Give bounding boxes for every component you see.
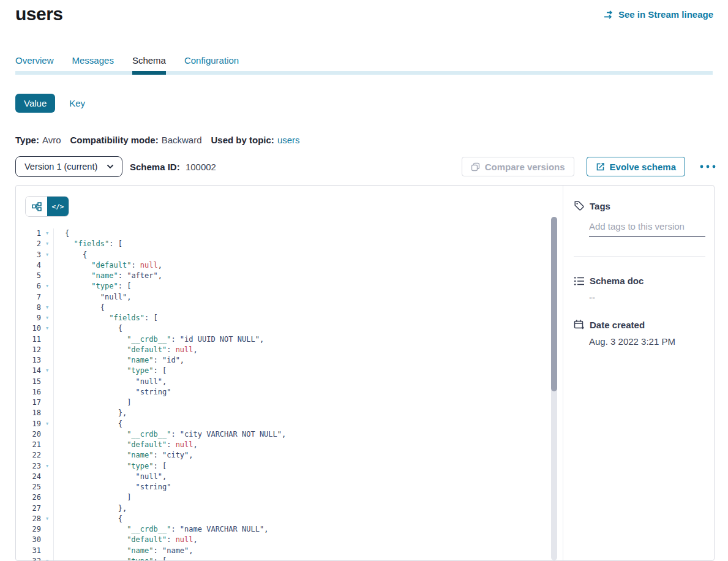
schema-doc-title: Schema doc	[590, 276, 644, 286]
code-line: 17]	[16, 397, 563, 408]
code-text: "type": [	[53, 281, 563, 292]
fold-toggle-icon[interactable]: ▼	[41, 313, 53, 323]
schema-doc-header: Schema doc	[574, 276, 703, 286]
line-number: 29	[16, 524, 41, 535]
code-text: "string"	[53, 387, 563, 397]
code-text: "type": [	[53, 556, 563, 561]
line-number: 11	[16, 334, 41, 345]
schema-id: Schema ID: 100002	[130, 162, 216, 172]
code-line: 6▼"type": [	[16, 281, 563, 292]
code-line: 12"default": null,	[16, 345, 563, 355]
line-number: 15	[16, 377, 41, 387]
code-line: 30"default": null,	[16, 535, 563, 545]
tab-schema[interactable]: Schema	[132, 55, 166, 71]
fold-gutter	[41, 408, 53, 418]
compare-versions-button[interactable]: Compare versions	[462, 157, 574, 176]
tree-view-button[interactable]	[26, 197, 47, 216]
fold-gutter	[41, 546, 53, 556]
editor-scrollbar-thumb[interactable]	[551, 217, 557, 391]
fold-toggle-icon[interactable]: ▼	[41, 514, 53, 524]
tree-view-icon	[32, 202, 42, 211]
tab-configuration[interactable]: Configuration	[184, 55, 239, 71]
line-number: 5	[16, 271, 41, 281]
tags-section-header: Tags	[574, 200, 703, 211]
value-key-toggle: Value Key	[15, 94, 85, 113]
fold-toggle-icon[interactable]: ▼	[41, 419, 53, 429]
fold-toggle-icon[interactable]: ▼	[41, 281, 53, 292]
code-line: 4"default": null,	[16, 260, 563, 271]
tab-overview[interactable]: Overview	[15, 55, 54, 71]
code-line: 13"name": "id",	[16, 355, 563, 366]
compatibility-pair: Compatibility mode: Backward	[70, 135, 201, 145]
code-line: 1▼{	[16, 228, 563, 239]
code-line: 27},	[16, 503, 563, 514]
code-line: 3▼{	[16, 250, 563, 260]
tags-input[interactable]	[589, 221, 705, 232]
ellipsis-icon	[700, 165, 716, 168]
more-options-button[interactable]	[699, 165, 717, 168]
schema-id-label: Schema ID:	[130, 162, 180, 172]
fold-toggle-icon[interactable]: ▼	[41, 228, 53, 239]
schema-side-panel: Tags Schema doc --	[563, 186, 714, 560]
compare-versions-label: Compare versions	[485, 162, 565, 172]
tab-bar: OverviewMessagesSchemaConfiguration	[15, 55, 713, 75]
fold-gutter	[41, 503, 53, 514]
schema-code-editor: 1▼{2▼"fields": [3▼{4"default": null,5"na…	[16, 228, 563, 561]
see-in-stream-lineage-link[interactable]: See in Stream lineage	[604, 9, 713, 20]
type-label: Type:	[15, 135, 39, 145]
code-text: {	[53, 323, 563, 334]
schema-id-value: 100002	[186, 162, 216, 172]
schema-doc-value: --	[589, 292, 703, 303]
line-number: 17	[16, 397, 41, 408]
line-number: 18	[16, 408, 41, 418]
code-text: "type": [	[53, 366, 563, 376]
used-by-topic-link[interactable]: users	[277, 135, 300, 145]
key-toggle-button[interactable]: Key	[69, 98, 85, 108]
fold-toggle-icon[interactable]: ▼	[41, 556, 53, 561]
code-text: "name": "name",	[53, 546, 563, 556]
fold-gutter	[41, 334, 53, 345]
tab-messages[interactable]: Messages	[72, 55, 114, 71]
line-number: 28	[16, 514, 41, 524]
code-text: "null",	[53, 377, 563, 387]
fold-toggle-icon[interactable]: ▼	[41, 323, 53, 334]
code-text: {	[53, 303, 563, 313]
date-created-section: Date created Aug. 3 2022 3:21 PM	[574, 319, 703, 347]
evolve-schema-button[interactable]: Evolve schema	[587, 157, 685, 176]
code-line: 32▼"type": [	[16, 556, 563, 561]
fold-toggle-icon[interactable]: ▼	[41, 461, 53, 472]
code-view-icon: </>	[52, 203, 64, 211]
code-text: {	[53, 250, 563, 260]
line-number: 12	[16, 345, 41, 355]
fold-gutter	[41, 377, 53, 387]
code-text: "default": null,	[53, 440, 563, 450]
compatibility-value: Backward	[162, 135, 202, 145]
fold-gutter	[41, 472, 53, 482]
line-number: 25	[16, 482, 41, 492]
value-toggle-button[interactable]: Value	[15, 94, 55, 113]
version-select-value: Version 1 (current)	[24, 162, 97, 171]
date-created-header: Date created	[574, 319, 703, 330]
fold-gutter	[41, 271, 53, 281]
code-text: ]	[53, 492, 563, 503]
code-line: 23▼"type": [	[16, 461, 563, 472]
code-line: 7"null",	[16, 292, 563, 303]
fold-toggle-icon[interactable]: ▼	[41, 366, 53, 376]
fold-toggle-icon[interactable]: ▼	[41, 303, 53, 313]
line-number: 9	[16, 313, 41, 323]
schema-meta-row: Type: Avro Compatibility mode: Backward …	[15, 135, 300, 145]
code-text: "default": null,	[53, 345, 563, 355]
line-number: 14	[16, 366, 41, 376]
calendar-plus-icon	[574, 319, 585, 330]
code-text: "name": "after",	[53, 271, 563, 281]
line-number: 4	[16, 260, 41, 271]
fold-toggle-icon[interactable]: ▼	[41, 239, 53, 249]
date-created-value: Aug. 3 2022 3:21 PM	[589, 336, 703, 347]
code-view-button[interactable]: </>	[47, 197, 69, 216]
code-text: "name": "id",	[53, 355, 563, 366]
fold-toggle-icon[interactable]: ▼	[41, 250, 53, 260]
fold-gutter	[41, 387, 53, 397]
line-number: 7	[16, 292, 41, 303]
version-select[interactable]: Version 1 (current)	[15, 156, 122, 177]
code-text: "__crdb__": "name VARCHAR NULL",	[53, 524, 563, 535]
